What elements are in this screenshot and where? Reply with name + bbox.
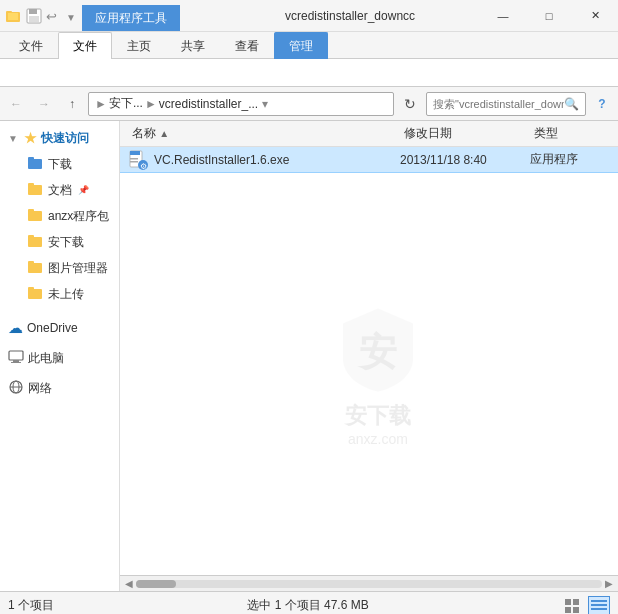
- search-box[interactable]: 🔍: [426, 92, 586, 116]
- col-header-name[interactable]: 名称 ▲: [128, 125, 400, 142]
- view-controls: [562, 596, 610, 615]
- sidebar-item-downloads[interactable]: 下载: [0, 151, 119, 177]
- sidebar-label-documents: 文档: [48, 182, 72, 199]
- scroll-left-btn[interactable]: ◀: [122, 578, 136, 589]
- tab-share[interactable]: 共享: [166, 32, 220, 59]
- tab-view[interactable]: 查看: [220, 32, 274, 59]
- close-button[interactable]: ✕: [572, 0, 618, 32]
- ribbon-body: [0, 59, 618, 87]
- tab-file[interactable]: 文件: [4, 32, 58, 59]
- folder-icon: [28, 182, 44, 199]
- col-header-type[interactable]: 类型: [530, 125, 610, 142]
- sidebar-item-quick-access[interactable]: ▼ ★ 快速访问: [0, 125, 119, 151]
- folder-icon: [28, 208, 44, 225]
- svg-rect-21: [13, 360, 19, 362]
- tab-home[interactable]: 文件: [58, 32, 112, 59]
- up-button[interactable]: ↑: [60, 92, 84, 116]
- svg-text:安: 安: [357, 330, 397, 373]
- svg-text:⚙: ⚙: [140, 162, 147, 170]
- scroll-thumb[interactable]: [136, 580, 176, 588]
- svg-rect-34: [573, 599, 579, 605]
- svg-rect-2: [8, 13, 18, 20]
- svg-rect-11: [28, 183, 34, 187]
- table-row[interactable]: ⚙ VC.RedistInstaller1.6.exe 2013/11/18 8…: [120, 147, 618, 173]
- svg-rect-37: [591, 600, 607, 602]
- svg-rect-30: [130, 161, 138, 163]
- view-details-button[interactable]: [588, 596, 610, 615]
- file-cell-date: 2013/11/18 8:40: [400, 153, 530, 167]
- watermark-icon: 安: [333, 303, 423, 393]
- sidebar-label-not-uploaded: 未上传: [48, 286, 84, 303]
- svg-rect-13: [28, 209, 34, 213]
- forward-button[interactable]: →: [32, 92, 56, 116]
- sidebar-label-onedrive: OneDrive: [27, 321, 78, 335]
- sidebar-label-this-pc: 此电脑: [28, 350, 64, 367]
- svg-text:▼: ▼: [66, 12, 76, 23]
- horizontal-scrollbar[interactable]: ◀ ▶: [120, 575, 618, 591]
- sidebar-item-onedrive[interactable]: ☁ OneDrive: [0, 315, 119, 341]
- svg-text:↩: ↩: [46, 9, 57, 24]
- sidebar-label-anzx-programs: anzx程序包: [48, 208, 109, 225]
- sidebar-item-not-uploaded[interactable]: 未上传: [0, 281, 119, 307]
- folder-icon: [28, 260, 44, 277]
- status-bar: 1 个项目 选中 1 个项目 47.6 MB: [0, 591, 618, 614]
- path-segment-2[interactable]: vcredistinstaller_...: [159, 97, 258, 111]
- sidebar-item-this-pc[interactable]: 此电脑: [0, 345, 119, 371]
- maximize-button[interactable]: □: [526, 0, 572, 32]
- folder-icon: [28, 234, 44, 251]
- folder-icon: [28, 156, 44, 173]
- sidebar-item-documents[interactable]: 文档 📌: [0, 177, 119, 203]
- sidebar-label-network: 网络: [28, 380, 52, 397]
- tab-home-2[interactable]: 主页: [112, 32, 166, 59]
- svg-rect-20: [9, 351, 23, 360]
- file-column-headers: 名称 ▲ 修改日期 类型: [120, 121, 618, 147]
- cloud-icon: ☁: [8, 319, 23, 337]
- window-title: vcredistinstaller_downcc: [277, 0, 480, 31]
- svg-rect-15: [28, 235, 34, 239]
- address-path[interactable]: ► 安下... ► vcredistinstaller_... ▾: [88, 92, 394, 116]
- search-input[interactable]: [433, 98, 564, 110]
- down-arrow-icon: ▼: [66, 8, 76, 24]
- sidebar-item-photo-manager[interactable]: 图片管理器: [0, 255, 119, 281]
- svg-rect-28: [130, 151, 140, 155]
- svg-rect-19: [28, 287, 34, 291]
- scroll-right-btn[interactable]: ▶: [602, 578, 616, 589]
- sidebar-label-downloads: 下载: [48, 156, 72, 173]
- refresh-button[interactable]: ↻: [398, 92, 422, 116]
- sidebar-label-quick-access: 快速访问: [41, 130, 89, 147]
- svg-rect-35: [565, 607, 571, 613]
- sidebar-item-andownload[interactable]: 安下载: [0, 229, 119, 255]
- sidebar: ▼ ★ 快速访问 下载 文档 📌 anzx程序包: [0, 121, 120, 591]
- sidebar-item-network[interactable]: 网络: [0, 375, 119, 401]
- file-cell-type: 应用程序: [530, 151, 610, 168]
- folder-icon: [6, 8, 22, 24]
- path-segment-1[interactable]: 安下...: [109, 95, 143, 112]
- pin-icon: 📌: [78, 185, 89, 195]
- svg-rect-17: [28, 261, 34, 265]
- svg-rect-4: [29, 9, 37, 14]
- main-layout: ▼ ★ 快速访问 下载 文档 📌 anzx程序包: [0, 121, 618, 591]
- tab-manage[interactable]: 管理: [274, 32, 328, 59]
- title-bar-left: ↩ ▼: [0, 0, 82, 31]
- help-button[interactable]: ?: [590, 92, 614, 116]
- tool-tab[interactable]: 应用程序工具: [82, 5, 180, 31]
- save-icon: [26, 8, 42, 24]
- scroll-track[interactable]: [136, 580, 602, 588]
- sidebar-label-andownload: 安下载: [48, 234, 84, 251]
- minimize-button[interactable]: —: [480, 0, 526, 32]
- address-bar: ← → ↑ ► 安下... ► vcredistinstaller_... ▾ …: [0, 87, 618, 121]
- view-list-button[interactable]: [562, 596, 584, 615]
- back-button[interactable]: ←: [4, 92, 28, 116]
- computer-icon: [8, 349, 24, 368]
- svg-rect-38: [591, 604, 607, 606]
- search-icon[interactable]: 🔍: [564, 97, 579, 111]
- item-count: 1 个项目: [8, 597, 54, 614]
- watermark-sub: anxz.com: [333, 431, 423, 447]
- window-controls: — □ ✕: [480, 0, 618, 31]
- svg-rect-39: [591, 608, 607, 610]
- sidebar-item-anzx-programs[interactable]: anzx程序包: [0, 203, 119, 229]
- svg-rect-36: [573, 607, 579, 613]
- col-header-date[interactable]: 修改日期: [400, 125, 530, 142]
- svg-rect-5: [29, 16, 39, 22]
- watermark-text: 安下载: [333, 401, 423, 431]
